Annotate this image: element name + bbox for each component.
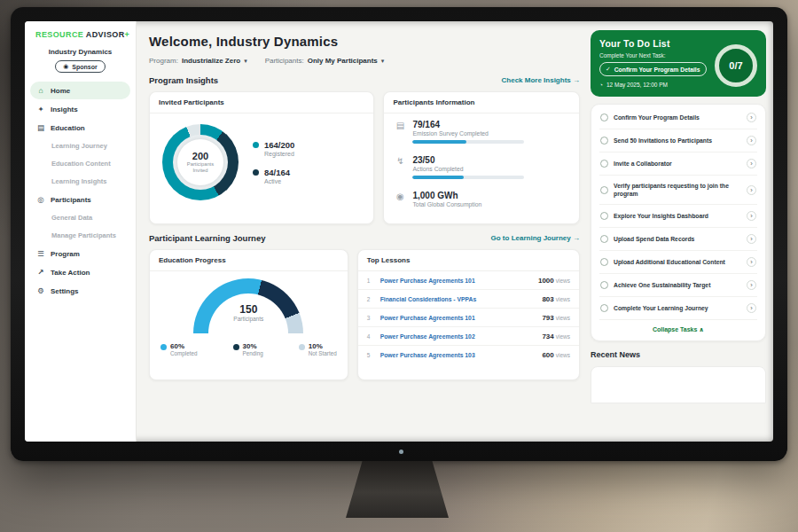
legend-label: Completed [170,350,197,356]
sidebar-item-label: Learning Insights [51,177,107,185]
donut-center-value: 200 [192,151,208,161]
chevron-right-icon[interactable]: › [747,234,756,244]
task-upload-educational-content[interactable]: Upload Additional Educational Content › [599,251,757,274]
sidebar-item-manage-participants[interactable]: Manage Participants [30,227,130,244]
arrow-right-icon: → [573,234,580,242]
gear-icon: ⚙ [36,286,45,295]
todo-next-task[interactable]: ✓ Confirm Your Program Details [599,62,707,76]
sidebar-item-program[interactable]: ☰ Program [30,245,130,262]
sidebar-item-education[interactable]: ▤ Education [30,119,130,137]
education-legend: 60% Completed 30% Pending [150,337,348,364]
chevron-right-icon[interactable]: › [747,159,756,168]
lesson-row: 1 Power Purchase Agreements 101 1000view… [358,271,579,290]
checkbox-icon[interactable] [600,304,608,312]
lesson-link[interactable]: Power Purchase Agreements 102 [380,333,536,340]
link-label: Go to Learning Journey [491,234,571,242]
sidebar-item-learning-journey[interactable]: Learning Journey [30,137,130,154]
sidebar-item-home[interactable]: ⌂ Home [30,82,130,99]
sponsor-label: Sponsor [72,64,97,70]
stat-label: Emission Survey Completed [412,130,524,137]
learning-journey-title: Participant Learning Journey [149,233,265,243]
legend-label: Pending [243,350,263,356]
sidebar-item-label: Manage Participants [51,231,116,239]
lesson-views-value: 793 [542,314,553,322]
lesson-views-label: views [556,296,570,302]
chevron-right-icon[interactable]: › [747,280,756,290]
sidebar-item-label: Settings [51,287,79,295]
sidebar-item-participants[interactable]: ◎ Participants [30,191,130,208]
legend-label: Not Started [309,350,337,356]
checkbox-icon[interactable] [600,212,608,220]
sidebar-item-general-data[interactable]: General Data [30,209,130,226]
task-explore-insights[interactable]: Explore Your Insights Dashboard › [599,205,757,228]
sidebar-item-learning-insights[interactable]: Learning Insights [30,173,130,190]
legend-item-active: 84/164 Active [253,168,294,184]
stat-label: Actions Completed [412,166,524,172]
task-achieve-sustainability-target[interactable]: Achieve One Sustainability Target › [599,274,757,297]
legend-item-completed: 60% Completed [160,342,197,356]
sponsor-badge[interactable]: ◉ Sponsor [55,60,106,73]
task-upload-spend-data[interactable]: Upload Spend Data Records › [599,228,757,251]
todo-progress-value: 0/7 [729,60,742,71]
go-to-learning-journey-link[interactable]: Go to Learning Journey → [491,234,580,242]
checkbox-icon[interactable] [600,258,608,266]
sidebar: RESOURCE ADVISOR+ Industry Dynamics ◉ Sp… [25,21,137,442]
chevron-right-icon[interactable]: › [747,185,756,195]
program-filter: Program: Industrialize Zero ▾ [149,57,247,65]
checkbox-icon[interactable] [600,281,608,289]
page-title: Welcome, Industry Dynamics [149,34,580,49]
chevron-right-icon[interactable]: › [747,303,756,313]
task-label: Invite a Collaborator [614,160,741,168]
participants-information-card-title: Participants Information [384,92,579,113]
sidebar-item-settings[interactable]: ⚙ Settings [30,282,130,300]
lesson-rank: 3 [367,315,374,321]
checkbox-icon[interactable] [600,137,608,145]
collapse-tasks-link[interactable]: Collapse Tasks ∧ [599,320,757,339]
chevron-right-icon[interactable]: › [747,113,756,122]
recent-news-card [591,366,766,403]
invited-participants-body: 200 Participants Invited 164/200 Registe [150,113,373,211]
chevron-down-icon[interactable]: ▾ [381,58,385,65]
task-label: Upload Additional Educational Content [614,258,741,266]
todo-due-label: 12 May 2025, 12:00 PM [606,82,668,88]
todo-summary-card: Your To Do List Complete Your Next Task:… [591,30,766,97]
insights-icon: ✦ [36,105,45,113]
program-insights-title: Program Insights [149,75,218,85]
invited-legend: 164/200 Registered 84/164 Active [253,140,294,184]
participants-filter-value[interactable]: Only My Participants [308,57,378,65]
stat-label: Total Global Consumption [412,201,481,207]
list-icon: ☰ [36,249,45,258]
program-insights-section-header: Program Insights Check More Insights → [149,75,580,85]
sidebar-item-education-content[interactable]: Education Content [30,155,130,172]
task-invite-collaborator[interactable]: Invite a Collaborator › [599,153,757,176]
lesson-views-value: 1000 [538,277,554,285]
task-confirm-program-details[interactable]: Confirm Your Program Details › [599,106,757,129]
lesson-views-label: views [556,352,570,358]
lesson-views-label: views [556,315,570,321]
checkbox-icon[interactable] [600,160,608,168]
todo-next-task-label: Confirm Your Program Details [614,66,700,73]
arrow-right-icon: → [573,76,580,84]
task-verify-participants[interactable]: Verify participants requesting to join t… [599,176,757,205]
chevron-down-icon[interactable]: ▾ [244,58,247,65]
todo-panel: Your To Do List Complete Your Next Task:… [591,21,773,442]
participants-filter-label: Participants: [265,57,304,65]
chevron-right-icon[interactable]: › [747,257,756,267]
checkbox-icon[interactable] [600,186,608,194]
logo-plus: + [125,30,130,39]
task-send-invitations[interactable]: Send 50 Invitations to Participants › [599,129,757,153]
chevron-right-icon[interactable]: › [747,211,756,221]
chevron-right-icon[interactable]: › [747,136,756,145]
checkbox-icon[interactable] [600,113,608,121]
program-filter-value[interactable]: Industrialize Zero [182,57,240,65]
task-complete-learning-journey[interactable]: Complete Your Learning Journey › [599,297,757,320]
check-more-insights-link[interactable]: Check More Insights → [502,76,580,84]
lesson-link[interactable]: Power Purchase Agreements 103 [380,352,536,358]
checkbox-icon[interactable] [600,235,608,243]
legend-item-registered: 164/200 Registered [253,140,294,157]
sidebar-item-insights[interactable]: ✦ Insights [30,100,130,118]
lesson-link[interactable]: Power Purchase Agreements 101 [380,315,536,321]
sidebar-item-take-action[interactable]: ↗ Take Action [30,263,130,281]
lesson-link[interactable]: Power Purchase Agreements 101 [380,278,532,284]
lesson-link[interactable]: Financial Considerations - VPPAs [380,296,536,302]
